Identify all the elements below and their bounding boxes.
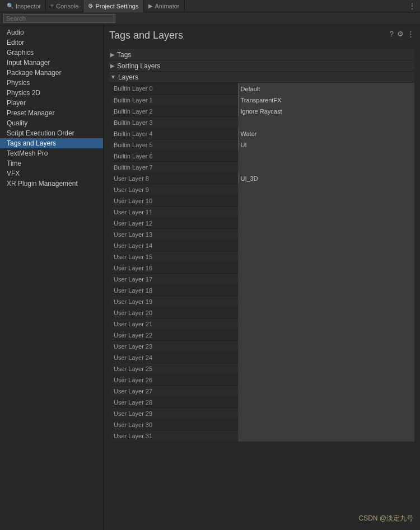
table-row: User Layer 24: [109, 352, 414, 363]
tab-bar: 🔍 Inspector ≡ Console ⚙ Project Settings…: [0, 0, 420, 12]
table-row: Builtin Layer 6: [109, 151, 414, 162]
sidebar-item-editor[interactable]: Editor: [0, 37, 103, 48]
layer-value-cell[interactable]: [238, 262, 414, 274]
tab-inspector[interactable]: 🔍 Inspector: [2, 0, 46, 12]
layer-name: User Layer 12: [109, 218, 238, 229]
table-row: User Layer 8UI_3D: [109, 173, 414, 184]
layer-name: User Layer 23: [109, 341, 238, 352]
layer-name: User Layer 28: [109, 397, 238, 408]
sidebar-item-physics[interactable]: Physics: [0, 78, 103, 88]
layer-name: User Layer 25: [109, 363, 238, 374]
settings-icon[interactable]: ⚙: [397, 30, 404, 38]
layer-value-cell[interactable]: [238, 374, 414, 386]
tab-project-settings[interactable]: ⚙ Project Settings: [83, 0, 143, 12]
table-row: User Layer 31: [109, 430, 414, 442]
layer-value-cell[interactable]: [238, 151, 414, 162]
table-row: Builtin Layer 0Default: [109, 83, 414, 95]
layer-value-cell[interactable]: [238, 307, 414, 318]
layer-name: User Layer 31: [109, 430, 238, 442]
sidebar-item-audio[interactable]: Audio: [0, 27, 103, 37]
sidebar-item-graphics[interactable]: Graphics: [0, 48, 103, 58]
layer-value-cell[interactable]: [238, 318, 414, 330]
sidebar-item-tags-and-layers[interactable]: Tags and Layers: [0, 138, 103, 148]
sidebar-item-time[interactable]: Time: [0, 158, 103, 168]
table-row: User Layer 28: [109, 397, 414, 408]
table-row: User Layer 26: [109, 374, 414, 386]
layer-value-cell[interactable]: [238, 195, 414, 207]
tab-console[interactable]: ≡ Console: [46, 0, 83, 12]
section-label: Layers: [118, 73, 138, 81]
sidebar-item-textmesh-pro[interactable]: TextMesh Pro: [0, 148, 103, 158]
layer-value-cell[interactable]: [238, 240, 414, 251]
section-tags[interactable]: ▶Tags: [109, 49, 414, 60]
layer-value-cell[interactable]: [238, 207, 414, 218]
section-layers[interactable]: ▼Layers: [109, 72, 414, 83]
watermark: CSDN @淡定九号: [358, 514, 413, 523]
layer-value-cell[interactable]: [238, 296, 414, 307]
table-row: User Layer 12: [109, 218, 414, 229]
help-icon[interactable]: ?: [390, 30, 394, 38]
layer-value-cell[interactable]: [238, 430, 414, 442]
layer-name: User Layer 24: [109, 352, 238, 363]
sidebar-item-script-execution-order[interactable]: Script Execution Order: [0, 128, 103, 138]
layer-value-cell[interactable]: [238, 397, 414, 408]
layer-value-cell[interactable]: [238, 408, 414, 419]
table-row: User Layer 27: [109, 386, 414, 397]
search-input[interactable]: [3, 14, 115, 23]
layer-name: User Layer 9: [109, 184, 238, 195]
sidebar-item-input-manager[interactable]: Input Manager: [0, 58, 103, 68]
table-row: User Layer 18: [109, 285, 414, 296]
layer-name: Builtin Layer 0: [109, 83, 238, 95]
layer-name: Builtin Layer 5: [109, 139, 238, 151]
layer-value-cell[interactable]: [238, 352, 414, 363]
layer-name: Builtin Layer 1: [109, 95, 238, 106]
layer-name: User Layer 17: [109, 274, 238, 285]
layer-value-cell[interactable]: Ignore Raycast: [238, 106, 414, 117]
layer-name: Builtin Layer 4: [109, 128, 238, 139]
layer-value-cell[interactable]: [238, 363, 414, 374]
section-sorting-layers[interactable]: ▶Sorting Layers: [109, 60, 414, 72]
layer-name: User Layer 20: [109, 307, 238, 318]
layer-value-cell[interactable]: [238, 162, 414, 173]
layer-value-cell[interactable]: Default: [238, 83, 414, 95]
layer-name: User Layer 10: [109, 195, 238, 207]
layer-value-cell[interactable]: UI: [238, 139, 414, 151]
layer-name: User Layer 16: [109, 262, 238, 274]
tab-menu-button[interactable]: ⋮: [407, 2, 418, 10]
layer-name: Builtin Layer 2: [109, 106, 238, 117]
layer-value-cell[interactable]: [238, 218, 414, 229]
section-arrow: ▶: [110, 51, 115, 58]
layer-value-cell[interactable]: TransparentFX: [238, 95, 414, 106]
layer-value-cell[interactable]: [238, 274, 414, 285]
project-settings-icon: ⚙: [88, 3, 93, 9]
sidebar-item-vfx[interactable]: VFX: [0, 168, 103, 179]
sidebar-item-xr-plugin-management[interactable]: XR Plugin Management: [0, 179, 103, 189]
layer-value-cell[interactable]: [238, 117, 414, 128]
sidebar-item-quality[interactable]: Quality: [0, 118, 103, 128]
layer-value-cell[interactable]: [238, 229, 414, 240]
layer-value-cell[interactable]: [238, 251, 414, 262]
tab-animator[interactable]: ▶ Animator: [144, 0, 185, 12]
layer-name: Builtin Layer 6: [109, 151, 238, 162]
layer-name: User Layer 29: [109, 408, 238, 419]
layer-value-cell[interactable]: [238, 386, 414, 397]
table-row: User Layer 17: [109, 274, 414, 285]
sidebar-item-package-manager[interactable]: Package Manager: [0, 68, 103, 78]
layer-value-cell[interactable]: Water: [238, 128, 414, 139]
sidebar-item-player[interactable]: Player: [0, 98, 103, 108]
sidebar-item-physics-2d[interactable]: Physics 2D: [0, 88, 103, 98]
more-icon[interactable]: ⋮: [407, 30, 414, 38]
table-row: User Layer 29: [109, 408, 414, 419]
layer-value-cell[interactable]: [238, 419, 414, 430]
layer-value-cell[interactable]: [238, 184, 414, 195]
layer-value-cell[interactable]: [238, 341, 414, 352]
layer-name: User Layer 14: [109, 240, 238, 251]
table-row: User Layer 25: [109, 363, 414, 374]
layer-value-cell[interactable]: UI_3D: [238, 173, 414, 184]
layer-value-cell[interactable]: [238, 285, 414, 296]
sidebar-item-preset-manager[interactable]: Preset Manager: [0, 108, 103, 118]
layer-name: Builtin Layer 3: [109, 117, 238, 128]
layer-value-cell[interactable]: [238, 330, 414, 341]
table-row: User Layer 13: [109, 229, 414, 240]
table-row: Builtin Layer 2Ignore Raycast: [109, 106, 414, 117]
